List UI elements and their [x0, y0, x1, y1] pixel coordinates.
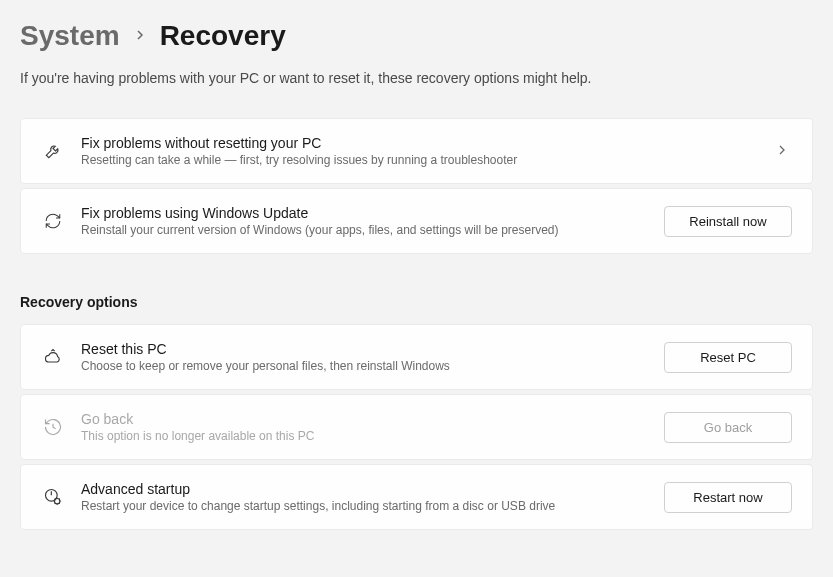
page-title: Recovery [160, 20, 286, 52]
sync-icon [41, 209, 65, 233]
breadcrumb-parent[interactable]: System [20, 20, 120, 52]
card-desc: Resetting can take a while — first, try … [81, 153, 760, 167]
svg-point-1 [55, 499, 60, 504]
go-back-button: Go back [664, 412, 792, 443]
restart-now-button[interactable]: Restart now [664, 482, 792, 513]
chevron-right-icon [776, 143, 792, 159]
card-title: Go back [81, 411, 648, 427]
card-desc: Choose to keep or remove your personal f… [81, 359, 648, 373]
reinstall-now-button[interactable]: Reinstall now [664, 206, 792, 237]
troubleshooter-card[interactable]: Fix problems without resetting your PC R… [20, 118, 813, 184]
cloud-reset-icon [41, 345, 65, 369]
card-title: Fix problems using Windows Update [81, 205, 648, 221]
history-icon [41, 415, 65, 439]
wrench-icon [41, 139, 65, 163]
section-title: Recovery options [20, 294, 813, 310]
windows-update-reinstall-card: Fix problems using Windows Update Reinst… [20, 188, 813, 254]
reset-pc-button[interactable]: Reset PC [664, 342, 792, 373]
power-gear-icon [41, 485, 65, 509]
go-back-card: Go back This option is no longer availab… [20, 394, 813, 460]
intro-text: If you're having problems with your PC o… [20, 70, 813, 86]
breadcrumb: System Recovery [20, 20, 813, 52]
advanced-startup-card: Advanced startup Restart your device to … [20, 464, 813, 530]
card-title: Reset this PC [81, 341, 648, 357]
card-title: Advanced startup [81, 481, 648, 497]
card-desc: Restart your device to change startup se… [81, 499, 648, 513]
card-desc: This option is no longer available on th… [81, 429, 648, 443]
card-title: Fix problems without resetting your PC [81, 135, 760, 151]
chevron-right-icon [134, 27, 146, 45]
card-desc: Reinstall your current version of Window… [81, 223, 648, 237]
reset-pc-card: Reset this PC Choose to keep or remove y… [20, 324, 813, 390]
